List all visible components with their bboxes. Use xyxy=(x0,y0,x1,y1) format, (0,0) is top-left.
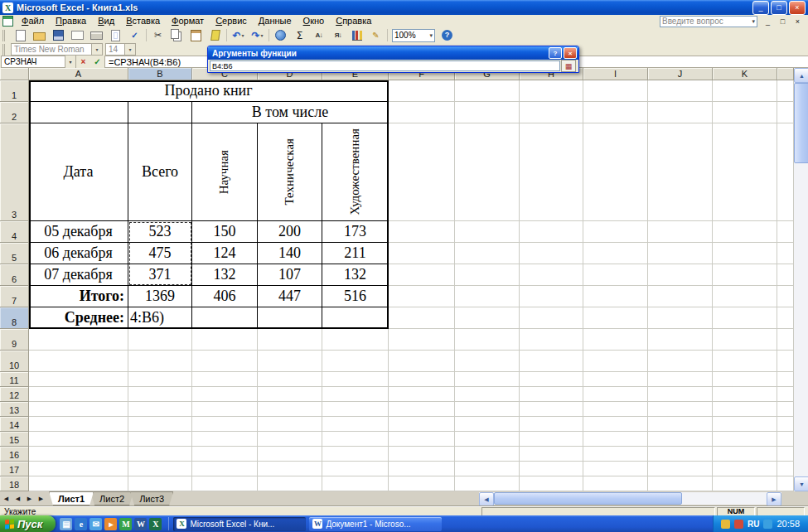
cell[interactable] xyxy=(389,351,455,372)
cell[interactable] xyxy=(520,307,583,329)
cell[interactable] xyxy=(648,476,713,491)
cell[interactable] xyxy=(713,221,777,243)
cell-E8[interactable] xyxy=(322,307,389,329)
workbook-icon[interactable] xyxy=(2,16,13,27)
cell[interactable] xyxy=(583,80,648,102)
cell[interactable] xyxy=(520,123,583,221)
cell[interactable] xyxy=(192,476,258,491)
cell[interactable] xyxy=(455,286,520,307)
cell[interactable] xyxy=(258,329,322,351)
cell[interactable] xyxy=(713,102,777,123)
expand-dialog-button[interactable]: ▦ xyxy=(561,60,576,72)
cell[interactable] xyxy=(583,462,648,476)
cell[interactable] xyxy=(520,264,583,286)
cell[interactable] xyxy=(258,402,322,417)
cell[interactable] xyxy=(520,476,583,491)
cell[interactable] xyxy=(520,102,583,123)
chevron-down-icon[interactable]: ▾ xyxy=(91,44,102,55)
cell[interactable] xyxy=(648,286,713,307)
cell[interactable] xyxy=(713,329,777,351)
cell[interactable] xyxy=(455,102,520,123)
cell[interactable] xyxy=(192,351,258,372)
cell[interactable] xyxy=(648,387,713,402)
cell-C8[interactable] xyxy=(192,307,258,329)
cell[interactable] xyxy=(583,402,648,417)
cell[interactable] xyxy=(648,329,713,351)
cell[interactable] xyxy=(713,462,777,476)
cell-A8-average-label[interactable]: Среднее: xyxy=(29,307,128,329)
cell[interactable] xyxy=(455,372,520,387)
cell[interactable] xyxy=(520,462,583,476)
scroll-left-button[interactable]: ◀ xyxy=(479,492,494,506)
cell[interactable] xyxy=(455,221,520,243)
cell-D5[interactable]: 140 xyxy=(258,243,322,264)
cell-A1-title[interactable]: Продано книг xyxy=(29,80,389,102)
row-header-8[interactable]: 8 xyxy=(0,307,29,329)
dialog-help-button[interactable]: ? xyxy=(549,47,562,59)
cell[interactable] xyxy=(455,417,520,432)
chevron-down-icon[interactable]: ▾ xyxy=(429,32,433,39)
vertical-scrollbar[interactable]: ▲ ▼ xyxy=(794,68,808,491)
cell[interactable] xyxy=(128,351,192,372)
cell[interactable] xyxy=(520,329,583,351)
cell[interactable] xyxy=(648,307,713,329)
restore-button[interactable]: □ xyxy=(771,1,787,15)
row-header-1[interactable]: 1 xyxy=(0,80,29,102)
cell[interactable] xyxy=(777,387,794,402)
cell[interactable] xyxy=(29,462,128,476)
cell[interactable] xyxy=(520,351,583,372)
horizontal-scroll-track[interactable] xyxy=(494,492,767,505)
cell[interactable] xyxy=(258,351,322,372)
cell[interactable] xyxy=(29,387,128,402)
doc-close-button[interactable]: × xyxy=(791,16,804,27)
cell[interactable] xyxy=(389,286,455,307)
cell[interactable] xyxy=(128,402,192,417)
column-header-K[interactable]: K xyxy=(713,68,777,80)
undo-button[interactable]: ↶▾ xyxy=(229,27,248,44)
cell[interactable] xyxy=(713,123,777,221)
cell[interactable] xyxy=(713,351,777,372)
cell[interactable] xyxy=(192,402,258,417)
cell-A3-header-date[interactable]: Дата xyxy=(29,123,128,221)
cell[interactable] xyxy=(389,80,455,102)
menu-item-9[interactable]: Справка xyxy=(330,15,377,27)
cell[interactable] xyxy=(128,372,192,387)
cell[interactable] xyxy=(648,351,713,372)
sheet-tab-Лист1[interactable]: Лист1 xyxy=(49,491,94,505)
cell[interactable] xyxy=(128,462,192,476)
print-preview-button[interactable] xyxy=(106,27,125,44)
cell[interactable] xyxy=(29,402,128,417)
row-header-6[interactable]: 6 xyxy=(0,264,29,286)
cell[interactable] xyxy=(583,221,648,243)
horizontal-scroll-thumb[interactable] xyxy=(494,492,682,505)
row-header-5[interactable]: 5 xyxy=(0,243,29,264)
scroll-down-button[interactable]: ▼ xyxy=(794,476,808,491)
cell[interactable] xyxy=(713,402,777,417)
tray-icon[interactable] xyxy=(763,520,772,529)
cell[interactable] xyxy=(389,329,455,351)
cell[interactable] xyxy=(455,351,520,372)
cell-D6[interactable]: 107 xyxy=(258,264,322,286)
cell[interactable] xyxy=(455,307,520,329)
cell[interactable] xyxy=(29,351,128,372)
cell[interactable] xyxy=(29,417,128,432)
word-icon[interactable]: W xyxy=(134,518,147,530)
cell[interactable] xyxy=(777,372,794,387)
spelling-button[interactable]: ✓ xyxy=(125,27,144,44)
cell[interactable] xyxy=(455,329,520,351)
cell[interactable] xyxy=(29,447,128,462)
cell-A6[interactable]: 07 декабря xyxy=(29,264,128,286)
cell-D8[interactable] xyxy=(258,307,322,329)
cell[interactable] xyxy=(777,447,794,462)
sheet-tab-Лист3[interactable]: Лист3 xyxy=(130,491,173,505)
column-header-J[interactable]: J xyxy=(648,68,713,80)
row-header-16[interactable]: 16 xyxy=(0,447,29,462)
row-header-3[interactable]: 3 xyxy=(0,123,29,221)
cell-A5[interactable]: 06 декабря xyxy=(29,243,128,264)
cell[interactable] xyxy=(322,402,389,417)
cell[interactable] xyxy=(713,243,777,264)
cell[interactable] xyxy=(583,432,648,447)
cell[interactable] xyxy=(520,432,583,447)
cell-C6[interactable]: 132 xyxy=(192,264,258,286)
cell[interactable] xyxy=(29,329,128,351)
